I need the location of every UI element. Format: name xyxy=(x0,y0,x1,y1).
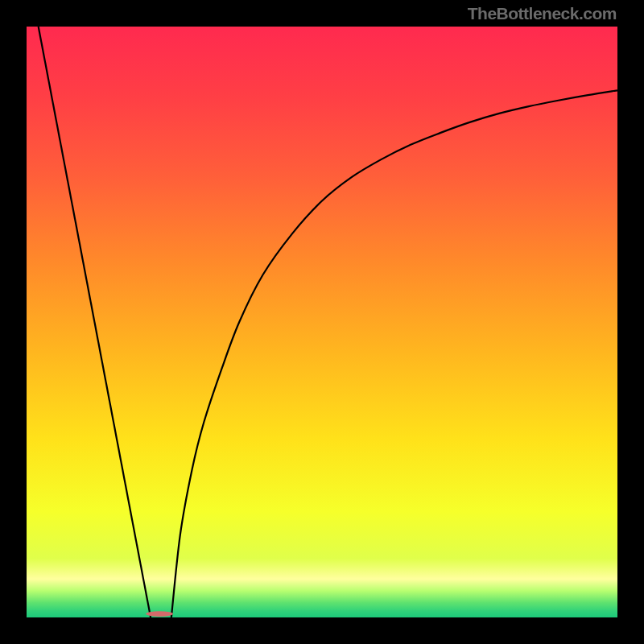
minimum-marker xyxy=(146,611,173,617)
chart-plot xyxy=(27,27,617,617)
attribution-text: TheBottleneck.com xyxy=(468,4,617,23)
gradient-background xyxy=(27,27,617,617)
chart-root: TheBottleneck.com xyxy=(0,0,644,644)
